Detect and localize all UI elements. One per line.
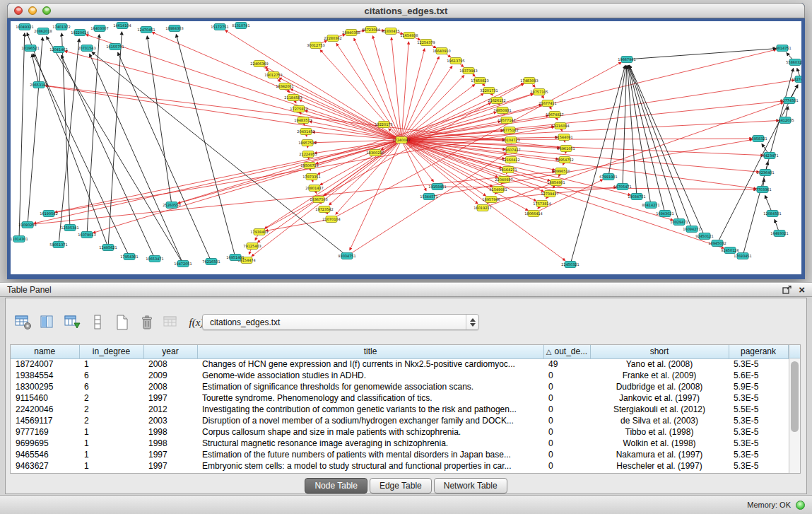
table-cell[interactable]: 18724007 — [11, 358, 79, 370]
network-node[interactable]: 17938401 — [250, 229, 268, 235]
column-header-year[interactable]: year — [143, 345, 197, 358]
table-cell[interactable]: 2 — [79, 404, 143, 415]
network-node[interactable]: 18300210 — [366, 150, 384, 156]
table-cell[interactable]: 1998 — [143, 438, 197, 449]
network-node[interactable]: 18342001 — [276, 83, 293, 90]
table-cell[interactable]: Embryonic stem cells: a model to study s… — [197, 460, 543, 472]
network-node[interactable]: 19667941 — [618, 57, 635, 63]
table-cell[interactable]: 2 — [79, 415, 143, 426]
network-node[interactable]: 16079013 — [78, 232, 95, 238]
float-panel-icon[interactable] — [782, 286, 792, 294]
table-row[interactable]: 1872400712008Changes of HCN gene express… — [11, 358, 788, 370]
network-node[interactable]: 11607427 — [502, 147, 520, 153]
table-mode-icon[interactable] — [14, 313, 33, 332]
table-cell[interactable]: 49 — [543, 358, 590, 370]
table-cell[interactable]: 5.3E-5 — [729, 426, 788, 438]
tab-edge-table[interactable]: Edge Table — [370, 478, 432, 493]
table-cell[interactable]: 5.6E-5 — [729, 370, 788, 381]
table-cell[interactable]: Stergiakouli et al. (2012) — [590, 404, 729, 415]
table-cell[interactable]: Structural magnetic resonance image aver… — [197, 438, 543, 449]
network-node[interactable]: 80996510 — [552, 168, 570, 175]
network-node[interactable]: 16493021 — [770, 230, 788, 237]
network-node[interactable]: 19014751 — [773, 45, 791, 52]
table-cell[interactable]: 9465546 — [11, 449, 79, 460]
column-header-out-de-[interactable]: △out_de... — [543, 345, 590, 358]
network-node[interactable]: 16049321 — [16, 24, 33, 30]
network-node[interactable]: 59051371 — [49, 242, 67, 248]
table-row[interactable]: 2242004622012Investigating the contribut… — [11, 404, 788, 415]
network-node[interactable]: 20801437 — [305, 185, 323, 192]
table-cell[interactable]: Corpus callosum shape and size in male p… — [197, 426, 543, 438]
table-cell[interactable]: 2008 — [143, 358, 197, 370]
network-node[interactable]: 81830475 — [382, 28, 399, 35]
network-node[interactable]: 20104723 — [502, 137, 519, 144]
table-cell[interactable]: Yano et al. (2008) — [590, 358, 729, 370]
network-node[interactable]: 12254379 — [417, 40, 435, 46]
table-cell[interactable]: 5.3E-5 — [729, 460, 788, 472]
table-cell[interactable]: Estimation of the future numbers of pati… — [197, 449, 543, 460]
table-row[interactable]: 977716911998Corpus callosum shape and si… — [11, 426, 788, 438]
network-node[interactable]: 19012753 — [264, 72, 282, 78]
network-node[interactable]: 95723084 — [362, 27, 379, 33]
table-cell[interactable]: 6 — [79, 370, 143, 381]
show-columns-icon[interactable] — [39, 313, 57, 332]
network-node[interactable]: 19158451 — [428, 184, 446, 190]
network-node[interactable]: 17693451 — [734, 253, 751, 259]
table-cell[interactable]: Estimation of significance thresholds fo… — [197, 381, 543, 392]
network-node[interactable]: 12160412 — [502, 157, 519, 163]
network-node[interactable]: 11014301 — [11, 236, 28, 243]
network-node[interactable]: 22280362 — [324, 35, 341, 42]
network-node[interactable]: 21070104 — [322, 216, 340, 223]
table-row[interactable]: 969969511998Structural magnetic resonanc… — [11, 438, 788, 449]
network-node[interactable]: 17401372 — [52, 24, 70, 30]
table-row[interactable]: 1830029562008Estimation of significance … — [11, 381, 788, 392]
network-node[interactable]: 17450823 — [471, 78, 488, 84]
network-node[interactable]: 76216501 — [202, 259, 220, 265]
network-node[interactable]: 67991901 — [599, 174, 617, 180]
table-cell[interactable]: 18300295 — [11, 381, 79, 392]
table-cell[interactable]: 0 — [543, 426, 590, 438]
table-cell[interactable]: 19384554 — [11, 370, 79, 381]
table-cell[interactable]: 1998 — [143, 426, 197, 438]
table-cell[interactable]: 2009 — [143, 370, 197, 381]
network-node[interactable]: 14614104 — [113, 23, 131, 29]
network-node[interactable]: 19723542 — [315, 206, 333, 213]
network-node[interactable]: 91549081 — [489, 187, 507, 193]
table-cell[interactable]: 0 — [543, 381, 590, 392]
network-node[interactable]: 12470451 — [137, 27, 155, 33]
table-cell[interactable]: 5.5E-5 — [729, 404, 788, 415]
zoom-window-button[interactable] — [42, 6, 51, 15]
network-node[interactable]: 30012753 — [307, 42, 324, 49]
network-node[interactable]: 93034751 — [338, 253, 355, 259]
close-window-button[interactable] — [14, 6, 23, 15]
network-node[interactable]: 19472051 — [174, 261, 192, 267]
table-cell[interactable]: 5.3E-5 — [729, 392, 788, 404]
network-node[interactable]: 18274301 — [792, 76, 801, 83]
tab-node-table[interactable]: Node Table — [305, 478, 367, 493]
table-selector-dropdown[interactable]: citations_edges.txt — [202, 314, 479, 330]
network-node[interactable]: 15958321 — [749, 136, 767, 142]
network-node[interactable]: 10674827 — [546, 112, 563, 118]
table-cell[interactable]: 1 — [79, 358, 143, 370]
network-node[interactable]: 16094271 — [683, 226, 700, 233]
network-node[interactable]: 10029471 — [670, 219, 688, 226]
network-node[interactable]: 17483093 — [520, 78, 538, 84]
table-cell[interactable]: Nakamura et al. (1997) — [590, 449, 729, 460]
network-node[interactable]: 55860321 — [786, 59, 801, 66]
network-node[interactable]: 92450121 — [695, 233, 713, 240]
table-cell[interactable]: 14569117 — [11, 415, 79, 426]
network-node[interactable]: 16854901 — [547, 180, 565, 186]
new-table-icon[interactable] — [113, 313, 131, 332]
network-node[interactable]: 21224955 — [299, 151, 317, 158]
column-header-name[interactable]: name — [11, 345, 79, 358]
table-cell[interactable]: 0 — [543, 449, 590, 460]
network-node[interactable]: 22406369 — [250, 61, 268, 67]
table-cell[interactable]: 2 — [79, 392, 143, 404]
network-node[interactable]: 16190542 — [40, 211, 57, 217]
network-node[interactable]: 19577147 — [498, 117, 515, 124]
network-node[interactable]: 92450126 — [721, 247, 739, 254]
network-node[interactable]: 16640910 — [433, 48, 450, 54]
table-cell[interactable]: 5.3E-5 — [729, 358, 788, 370]
table-cell[interactable]: Changes of HCN gene expression and I(f) … — [197, 358, 543, 370]
table-row[interactable]: 946362711997Embryonic stem cells: a mode… — [11, 460, 788, 472]
